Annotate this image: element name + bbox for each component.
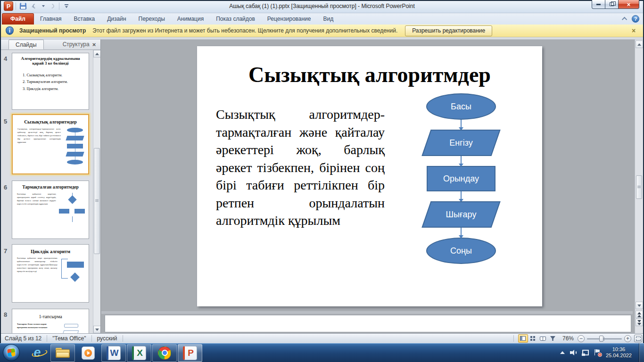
scroll-up-button[interactable]	[93, 50, 101, 58]
taskbar-windows-explorer[interactable]	[50, 344, 75, 362]
tab-slideshow[interactable]: Показ слайдов	[210, 14, 261, 25]
slide-title[interactable]: Сызықтық алгоритмдер	[197, 62, 542, 87]
info-shield-icon	[6, 26, 14, 35]
slide-number: 4	[4, 55, 11, 62]
taskbar-excel[interactable]: X	[127, 344, 151, 362]
flowchart-terminator-start[interactable]: Басы	[426, 93, 496, 120]
scroll-down-button[interactable]	[636, 302, 643, 309]
theme-name[interactable]: "Тема Office"	[51, 335, 87, 342]
notes-splitter[interactable]	[101, 311, 633, 314]
flowchart-input-shape[interactable]: Енгізу	[426, 130, 496, 156]
slider-thumb[interactable]	[599, 336, 603, 342]
ribbon-tab-bar: Файл Главная Вставка Дизайн Переходы Ани…	[0, 13, 644, 25]
tab-outline[interactable]: Структура	[56, 40, 96, 49]
shape-label: Енгізу	[449, 138, 473, 148]
tab-home[interactable]: Главная	[34, 14, 68, 25]
flowchart-connector-arrow[interactable]	[461, 156, 462, 166]
shape-label: Басы	[451, 102, 471, 112]
flowchart-connector-arrow[interactable]	[461, 228, 462, 238]
window-border	[0, 0, 1, 343]
reading-view-button[interactable]	[538, 334, 548, 343]
tab-slides[interactable]: Слайды	[8, 40, 44, 49]
close-button[interactable]	[618, 0, 639, 9]
slide-thumbnail-4[interactable]: Алгоритмдердің құрылымына қарай 3 ке бөл…	[12, 53, 89, 110]
mini-flowchart	[66, 128, 83, 165]
slide-thumbnail-7[interactable]: Циклдік алгоритм Бастапқы қойылған шарт …	[12, 244, 89, 303]
zoom-level[interactable]: 76%	[562, 335, 574, 342]
language-indicator[interactable]: русский	[96, 335, 118, 342]
slider-track[interactable]	[587, 338, 622, 339]
next-slide-button[interactable]	[636, 319, 643, 326]
flowchart-process-shape[interactable]: Орындау	[427, 166, 495, 191]
taskbar-internet-explorer[interactable]: e	[25, 344, 50, 362]
slide-canvas[interactable]: Сызықтық алгоритмдер Сызықтық алгоритмде…	[197, 46, 542, 306]
scrollbar-thumb[interactable]	[94, 148, 100, 254]
shape-label: Орындау	[443, 174, 479, 184]
slide-thumbnail-8[interactable]: 1-тапсырма Тапсырма: Блок-схемаға қарап …	[12, 309, 89, 333]
taskbar-media-player[interactable]	[76, 344, 100, 362]
protected-view-message: Этот файл загружен из Интернета и может …	[92, 27, 397, 34]
close-panel-icon[interactable]	[91, 41, 98, 48]
zoom-out-button[interactable]	[578, 335, 585, 342]
taskbar-word[interactable]: W	[101, 344, 126, 362]
flowchart-connector-arrow[interactable]	[461, 120, 462, 130]
restore-button[interactable]	[605, 0, 619, 9]
slide-number: 6	[4, 184, 11, 191]
collapse-ribbon-icon[interactable]	[622, 17, 627, 22]
thumb-body-text: Бастапқы қойылған шарт орындалғанша қайт…	[17, 257, 58, 291]
mini-rectangle	[74, 209, 85, 214]
ribbon-bottom-strip	[1, 37, 643, 40]
slide-body-text[interactable]: Сызықтық алгоритмдер-тармақталған және қ…	[216, 106, 385, 230]
excel-icon: X	[132, 346, 146, 360]
action-center-flag-icon[interactable]	[594, 349, 601, 356]
fit-to-window-button[interactable]	[634, 335, 642, 342]
taskbar-clock[interactable]: 10:36 25.04.2022	[606, 346, 632, 359]
title-bar: P Ашық сабақ (1) (1).pptx [Защищенный пр…	[0, 0, 644, 13]
flowchart-connector-arrow[interactable]	[461, 191, 462, 201]
taskbar-powerpoint-active[interactable]: P	[178, 344, 202, 362]
tab-review[interactable]: Рецензирование	[261, 14, 317, 25]
minimize-button[interactable]	[592, 0, 605, 9]
help-icon[interactable]	[632, 15, 639, 23]
slide-thumbnail-5-selected[interactable]: Сызықтық алгоритмдер Сызықтық алгоритмде…	[12, 114, 89, 174]
powerpoint-icon: P	[183, 346, 197, 360]
start-button[interactable]	[3, 344, 20, 361]
clock-date: 25.04.2022	[606, 353, 632, 359]
tab-insert[interactable]: Вставка	[68, 14, 101, 25]
volume-icon[interactable]	[570, 350, 577, 355]
scroll-up-button[interactable]	[636, 41, 643, 48]
slide-thumbnail-6[interactable]: Тармақталған алгоритмдер Бастапқы қойылғ…	[12, 181, 89, 239]
chrome-icon	[158, 346, 171, 360]
media-player-icon	[82, 346, 95, 360]
tab-view[interactable]: Вид	[317, 14, 340, 25]
arrow-up-icon	[637, 43, 641, 46]
zoom-slider[interactable]	[587, 335, 622, 342]
tab-file[interactable]: Файл	[2, 13, 34, 25]
show-hidden-icons-button[interactable]	[560, 351, 565, 354]
slide-sorter-button[interactable]	[528, 334, 538, 343]
scrollbar-thumb[interactable]	[636, 175, 642, 199]
taskbar-chrome[interactable]	[152, 344, 177, 362]
slideshow-button[interactable]	[548, 334, 558, 343]
folder-icon	[56, 348, 70, 358]
normal-view-button[interactable]	[518, 334, 528, 343]
mini-branch-diagram	[58, 193, 86, 223]
flowchart-output-shape[interactable]: Шығару	[426, 201, 496, 228]
flowchart-terminator-end[interactable]: Соңы	[426, 238, 496, 264]
thumb-title: Тармақталған алгоритмдер	[12, 181, 89, 189]
previous-slide-button[interactable]	[636, 311, 643, 318]
tab-design[interactable]: Дизайн	[101, 14, 132, 25]
enable-editing-button[interactable]: Разрешить редактирование	[405, 25, 492, 36]
double-arrow-down-icon	[637, 323, 641, 325]
scroll-down-button[interactable]	[93, 326, 101, 333]
show-desktop-button[interactable]	[639, 343, 644, 362]
tab-animations[interactable]: Анимация	[171, 14, 210, 25]
tab-transitions[interactable]: Переходы	[132, 14, 171, 25]
flowchart: Басы Енгізу Орындау Шығару Соңы	[420, 93, 503, 264]
zoom-in-button[interactable]	[624, 335, 631, 342]
close-bar-icon[interactable]	[630, 27, 637, 34]
network-icon[interactable]	[582, 350, 589, 356]
arrow-up-icon	[95, 53, 99, 55]
notes-pane[interactable]	[105, 315, 631, 332]
mini-rectangle	[64, 324, 78, 328]
